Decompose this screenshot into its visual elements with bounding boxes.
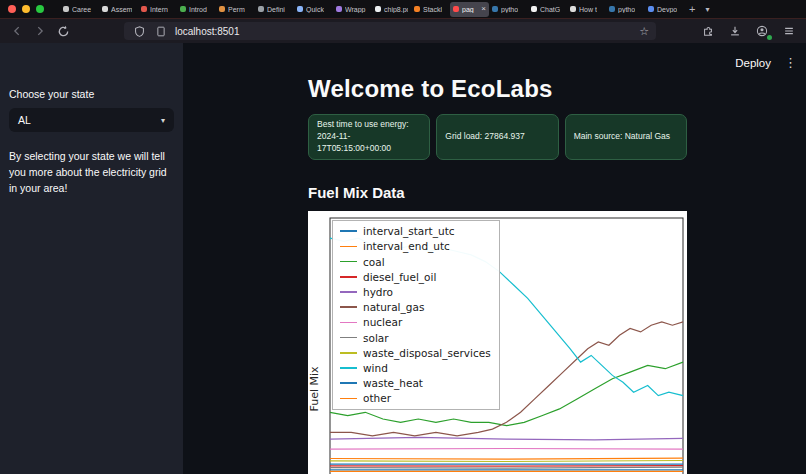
state-select[interactable]: AL ▾ <box>9 108 174 132</box>
tab-favicon-icon <box>102 6 108 12</box>
browser-tab[interactable]: ChatG <box>528 2 567 17</box>
tab-title: pytho <box>618 6 635 13</box>
state-select-value: AL <box>18 114 31 126</box>
menu-icon[interactable] <box>781 23 797 39</box>
tab-favicon-icon <box>453 6 459 12</box>
navigation-bar: localhost:8501 ☆ <box>0 19 806 43</box>
series-line-nuclear <box>330 448 683 449</box>
browser-tab[interactable]: Caree <box>60 2 99 17</box>
legend-swatch <box>340 291 357 293</box>
browser-tab[interactable]: Stackl <box>411 2 450 17</box>
legend-entry: interval_end_utc <box>340 239 491 254</box>
legend-swatch <box>340 382 357 384</box>
series-line-diesel_fuel_oil <box>330 465 683 466</box>
tab-favicon-icon <box>258 6 264 12</box>
legend-entry: waste_disposal_services <box>340 345 491 360</box>
tab-close-icon[interactable]: × <box>481 5 486 13</box>
extensions-icon[interactable] <box>700 23 716 39</box>
tab-title: Wrapp <box>345 6 366 13</box>
info-boxes: Best time to use energy: 2024-11-17T05:1… <box>308 114 687 160</box>
tab-title: ChatG <box>540 6 560 13</box>
back-icon[interactable] <box>9 23 25 39</box>
tab-favicon-icon <box>219 6 225 12</box>
reload-icon[interactable] <box>55 23 71 39</box>
browser-tab[interactable]: How t <box>567 2 606 17</box>
sidebar-description: By selecting your state we will tell you… <box>9 149 174 196</box>
browser-tab[interactable]: Intern <box>138 2 177 17</box>
tab-title: Defini <box>267 6 285 13</box>
fuel-mix-chart: Fuel Mix interval_start_utcinterval_end_… <box>308 211 687 474</box>
browser-tab[interactable]: pytho <box>606 2 645 17</box>
tab-favicon-icon <box>141 6 147 12</box>
tab-strip: CareeAssemInternIntrodPermDefiniQuickWra… <box>0 0 806 19</box>
deploy-button[interactable]: Deploy <box>735 57 771 69</box>
browser-tab[interactable]: Wrapp <box>333 2 372 17</box>
info-box-main-source: Main source: Natural Gas <box>565 114 687 160</box>
forward-icon[interactable] <box>32 23 48 39</box>
tab-favicon-icon <box>648 6 654 12</box>
account-icon[interactable] <box>754 23 770 39</box>
minimize-window-icon[interactable] <box>22 5 30 13</box>
navbar-right-icons <box>700 23 797 39</box>
browser-tab[interactable]: pytho <box>489 2 528 17</box>
legend-label: waste_heat <box>363 377 423 389</box>
legend-entry: hydro <box>340 284 491 299</box>
legend-label: interval_start_utc <box>363 225 455 237</box>
shield-icon[interactable] <box>131 23 147 39</box>
legend-swatch <box>340 306 357 308</box>
legend-label: wind <box>363 362 388 374</box>
tab-strip-tabs: CareeAssemInternIntrodPermDefiniQuickWra… <box>60 0 684 18</box>
browser-tab[interactable]: Quick <box>294 2 333 17</box>
legend-entry: nuclear <box>340 315 491 330</box>
zoom-window-icon[interactable] <box>36 5 44 13</box>
tab-title: Introd <box>189 6 207 13</box>
legend-entry: wind <box>340 360 491 375</box>
app-menu-icon[interactable]: ⋮ <box>784 55 797 70</box>
browser-tab[interactable]: Devpo <box>645 2 684 17</box>
close-window-icon[interactable] <box>8 5 16 13</box>
page-info-icon[interactable] <box>153 23 169 39</box>
tab-favicon-icon <box>414 6 420 12</box>
legend-swatch <box>340 246 357 248</box>
legend-label: interval_end_utc <box>363 240 450 252</box>
url-bar[interactable]: localhost:8501 ☆ <box>124 22 656 40</box>
browser-window: CareeAssemInternIntrodPermDefiniQuickWra… <box>0 0 806 474</box>
chevron-down-icon: ▾ <box>161 116 165 125</box>
legend-label: other <box>363 392 391 404</box>
new-tab-button[interactable]: + <box>684 3 700 15</box>
tab-title: Caree <box>72 6 91 13</box>
tab-title: Devpo <box>657 6 677 13</box>
info-box-best-time: Best time to use energy: 2024-11-17T05:1… <box>308 114 430 160</box>
legend-entry: coal <box>340 254 491 269</box>
main-area: Deploy ⋮ Welcome to EcoLabs Best time to… <box>183 43 806 474</box>
legend-label: solar <box>363 332 389 344</box>
legend-label: natural_gas <box>363 301 424 313</box>
url-text[interactable]: localhost:8501 <box>175 26 240 37</box>
tab-title: Assem <box>111 6 132 13</box>
chart-legend: interval_start_utcinterval_end_utccoaldi… <box>332 220 500 410</box>
tab-list-button[interactable]: ▾ <box>700 5 714 14</box>
legend-label: nuclear <box>363 316 402 328</box>
browser-tab[interactable]: Introd <box>177 2 216 17</box>
browser-tab[interactable]: chip8.pdf <box>372 2 411 17</box>
legend-swatch <box>340 276 357 278</box>
browser-tab[interactable]: pag× <box>450 2 489 17</box>
tab-title: Stackl <box>423 6 442 13</box>
legend-entry: other <box>340 391 491 406</box>
tab-favicon-icon <box>180 6 186 12</box>
browser-tab[interactable]: Perm <box>216 2 255 17</box>
legend-label: hydro <box>363 286 393 298</box>
bookmark-star-icon[interactable]: ☆ <box>639 26 649 37</box>
tab-title: pag <box>462 6 474 13</box>
downloads-icon[interactable] <box>727 23 743 39</box>
tab-title: Perm <box>228 6 245 13</box>
legend-label: coal <box>363 256 385 268</box>
legend-swatch <box>340 322 357 324</box>
browser-tab[interactable]: Defini <box>255 2 294 17</box>
browser-tab[interactable]: Assem <box>99 2 138 17</box>
state-select-label: Choose your state <box>9 88 174 100</box>
tab-favicon-icon <box>297 6 303 12</box>
legend-entry: diesel_fuel_oil <box>340 269 491 284</box>
tab-title: How t <box>579 6 597 13</box>
legend-entry: natural_gas <box>340 300 491 315</box>
